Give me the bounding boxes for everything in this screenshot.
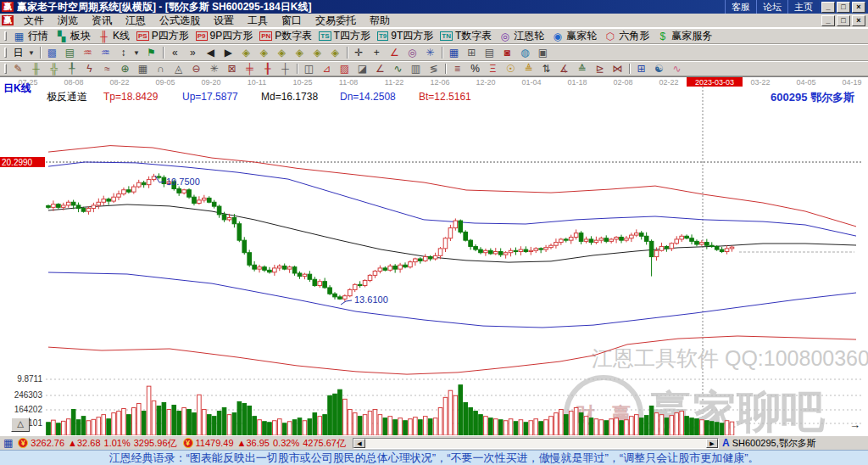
expand-panel-button[interactable]: △ bbox=[11, 417, 30, 432]
lightning-tool-button[interactable]: ϟ bbox=[81, 61, 98, 76]
info-panel-button[interactable]: ▤ bbox=[61, 45, 79, 60]
first-page-button[interactable]: « bbox=[166, 45, 184, 60]
menu-item-帮助[interactable]: 帮助 bbox=[363, 13, 397, 29]
cycle-tool-button[interactable]: ✳ bbox=[421, 45, 439, 60]
market-quote-button[interactable]: ▦行情 bbox=[9, 27, 52, 45]
scroll-left-button[interactable]: ◀ bbox=[353, 439, 365, 448]
sector-button[interactable]: ▚板块 bbox=[52, 27, 94, 45]
sz-index-quote[interactable]: 11479.49▲36.950.32%4275.67亿 bbox=[196, 437, 349, 450]
corner-box-button[interactable]: ◪ bbox=[353, 61, 371, 76]
percent-button[interactable]: % bbox=[466, 61, 484, 76]
fan-grid-button[interactable]: ╂ bbox=[259, 61, 276, 76]
chart-style-button[interactable]: ▩ bbox=[43, 45, 61, 60]
last-page-button[interactable]: » bbox=[184, 45, 202, 60]
gann-wheel-button[interactable]: ◎江恩轮 bbox=[495, 27, 548, 45]
zoom-diamond-3-button[interactable]: ◈ bbox=[273, 45, 291, 60]
hand-tool-button[interactable]: ✛ bbox=[350, 45, 368, 60]
zoom-diamond-6-button[interactable]: ◈ bbox=[326, 45, 344, 60]
menu-item-浏览[interactable]: 浏览 bbox=[51, 13, 85, 29]
restore-button[interactable]: □ bbox=[837, 15, 850, 26]
pen-tool-button[interactable]: ✎ bbox=[9, 61, 27, 76]
fib-retrace-button[interactable]: ≡ bbox=[448, 61, 466, 76]
quote-grid-icon[interactable]: ▦ bbox=[3, 437, 13, 449]
channel-2-button[interactable]: ⋈ bbox=[609, 61, 626, 76]
gann-grid-2-button[interactable]: ╬ bbox=[45, 61, 63, 76]
current-stock-label[interactable]: SH600295,鄂尔多斯 bbox=[732, 437, 816, 450]
kline-red-button[interactable]: ♒ bbox=[79, 45, 97, 60]
channel-1-button[interactable]: ⊵ bbox=[591, 61, 609, 76]
grid-x-button[interactable]: ╪ bbox=[241, 61, 259, 76]
small-grid-button[interactable]: ⊞ bbox=[632, 61, 650, 76]
menu-item-交易委托[interactable]: 交易委托 bbox=[309, 13, 363, 29]
calendar-button[interactable]: ▦ bbox=[445, 45, 463, 60]
9p-square-button[interactable]: P99P四方形 bbox=[192, 27, 256, 45]
triangle-tool-button[interactable]: ◬ bbox=[170, 61, 187, 76]
winner-wheel-button[interactable]: ◉赢家轮 bbox=[548, 27, 600, 45]
shade-box-button[interactable]: ▨ bbox=[336, 61, 353, 76]
system-button[interactable]: ▣ bbox=[534, 45, 552, 60]
zoom-diamond-5-button[interactable]: ◈ bbox=[309, 45, 326, 60]
minimize-button[interactable]: _ bbox=[821, 2, 835, 13]
forum-link[interactable]: 论坛 bbox=[756, 0, 787, 14]
menu-item-江恩[interactable]: 江恩 bbox=[119, 13, 153, 29]
kline-chart[interactable]: 07-2508-0808-2209-0509-2010-1110-2511-08… bbox=[0, 77, 868, 436]
spiral-tool-button[interactable]: ◎ bbox=[403, 45, 421, 60]
calculator-button[interactable]: ⊞ bbox=[463, 45, 481, 60]
gann-circle-button[interactable]: ⊕ bbox=[116, 61, 134, 76]
save-button[interactable]: ◙ bbox=[498, 45, 516, 60]
kline-blue-button[interactable]: ♒ bbox=[97, 45, 114, 60]
menu-item-工具[interactable]: 工具 bbox=[241, 13, 275, 29]
close-button[interactable]: × bbox=[852, 2, 865, 13]
prev-bar-button[interactable]: ◀ bbox=[202, 45, 220, 60]
gold-box-button[interactable]: ≜ bbox=[520, 61, 537, 76]
support-link[interactable]: 客服 bbox=[725, 0, 756, 14]
comb-tool-button[interactable]: ┼ bbox=[276, 61, 294, 76]
gold-section-2-button[interactable]: ☉ bbox=[502, 61, 520, 76]
angle-tool-button[interactable]: ∠ bbox=[386, 45, 403, 60]
wave-button[interactable]: ∿ bbox=[668, 61, 686, 76]
homepage-link[interactable]: 主页 bbox=[787, 0, 819, 14]
indicator-flag-button[interactable]: ⚑ bbox=[142, 45, 160, 60]
p-table-button[interactable]: PNP数字表 bbox=[256, 27, 315, 45]
zoom-diamond-2-button[interactable]: ◈ bbox=[255, 45, 273, 60]
restore-button[interactable]: □ bbox=[837, 2, 850, 13]
wave-ruler-button[interactable]: ≈ bbox=[98, 61, 116, 76]
angle-line-button[interactable]: ∠ bbox=[371, 61, 389, 76]
fib-box-button[interactable]: ◫ bbox=[300, 61, 318, 76]
menu-item-资讯[interactable]: 资讯 bbox=[85, 13, 119, 29]
menu-item-设置[interactable]: 设置 bbox=[207, 13, 241, 29]
kline-button[interactable]: ╫K线 bbox=[94, 27, 133, 45]
t-table-button[interactable]: TNT数字表 bbox=[437, 27, 495, 45]
zoom-diamond-4-button[interactable]: ◈ bbox=[291, 45, 309, 60]
grid-tool-button[interactable]: ▦ bbox=[134, 61, 152, 76]
web-button[interactable]: ◍ bbox=[516, 45, 534, 60]
trend-1-button[interactable]: ∡ bbox=[555, 61, 573, 76]
t-square-button[interactable]: TST四方形 bbox=[315, 27, 374, 45]
chart-area[interactable]: 07-2508-0808-2209-0509-2010-1110-2511-08… bbox=[0, 76, 868, 435]
star-tool-button[interactable]: ✳ bbox=[205, 61, 223, 76]
gann-box-button[interactable]: ╀ bbox=[63, 61, 81, 76]
p-square-button[interactable]: PSP四方形 bbox=[133, 27, 192, 45]
gold-section-1-button[interactable]: Ξ bbox=[484, 61, 502, 76]
zoom-diamond-1-button[interactable]: ◈ bbox=[237, 45, 255, 60]
dense-grid-button[interactable]: ▥ bbox=[407, 61, 425, 76]
yinyang-button[interactable]: ☯ bbox=[650, 61, 668, 76]
next-bar-button[interactable]: ▶ bbox=[220, 45, 237, 60]
crosshair-tool-button[interactable]: + bbox=[368, 45, 386, 60]
notes-button[interactable]: ▤ bbox=[481, 45, 498, 60]
scroll-right-button[interactable]: ▶ bbox=[706, 439, 718, 448]
horizontal-scrollbar[interactable]: ◀ ▶ bbox=[353, 438, 719, 449]
close-button[interactable]: × bbox=[852, 15, 865, 26]
speed-line-button[interactable]: ⊿ bbox=[318, 61, 336, 76]
circle-cross-button[interactable]: ⊖ bbox=[187, 61, 205, 76]
gann-grid-1-button[interactable]: ╫ bbox=[27, 61, 45, 76]
menu-item-公式选股[interactable]: 公式选股 bbox=[153, 13, 207, 29]
updown-button[interactable]: ⇅ bbox=[537, 61, 555, 76]
sine-tool-button[interactable]: ∿ bbox=[389, 61, 407, 76]
period-day-button[interactable]: 日▼ bbox=[9, 44, 37, 62]
box-x-button[interactable]: ⊠ bbox=[223, 61, 241, 76]
hexagon-button[interactable]: ⬡六角形 bbox=[600, 27, 653, 45]
menu-item-窗口[interactable]: 窗口 bbox=[275, 13, 309, 29]
winner-service-button[interactable]: $赢家服务 bbox=[653, 27, 715, 45]
compare-button[interactable]: ≶ bbox=[425, 61, 442, 76]
